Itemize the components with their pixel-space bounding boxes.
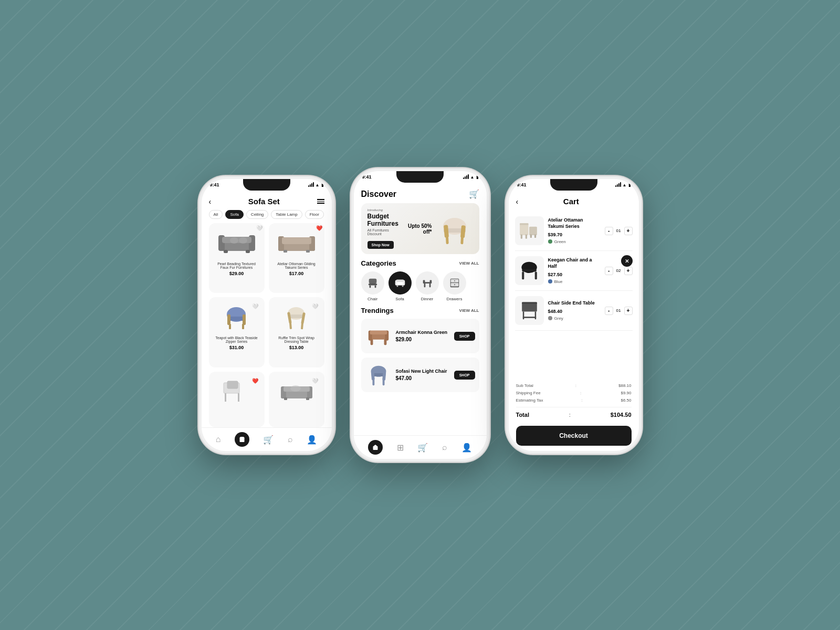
qty-minus-2[interactable]: - [605, 267, 613, 275]
banner-subtitle: All Furnitures Discount [368, 228, 398, 236]
battery-icon-2: ▮ [476, 175, 478, 180]
checkout-button[interactable]: Checkout [516, 426, 632, 446]
banner-shop-btn[interactable]: Shop Now [368, 241, 394, 249]
shipping-value: $9.90 [621, 391, 631, 395]
shipping-label: Shipping Fee [516, 391, 541, 395]
svg-rect-5 [246, 250, 250, 253]
svg-rect-76 [520, 223, 528, 235]
light-chair-svg [366, 362, 391, 387]
qty-plus-3[interactable]: + [624, 307, 633, 315]
promo-banner[interactable]: Introducing Budget Furnitures All Furnit… [361, 203, 479, 254]
sofa-gray-img [216, 230, 258, 256]
category-sofa[interactable]: Sofa [388, 271, 412, 301]
nav-cart-active-1[interactable] [235, 432, 249, 447]
categories-row: Chair So [354, 271, 487, 307]
filter-table-lamp[interactable]: Table Lamp [271, 210, 302, 219]
phone-discover: 9:41 ▲ ▮ Discover 🛒 [351, 168, 490, 462]
notch-3 [550, 179, 597, 191]
trending-img-1 [365, 323, 392, 349]
filter-sofa[interactable]: Sofa [225, 210, 243, 219]
trending-shop-btn-1[interactable]: SHOP [454, 332, 475, 341]
cart-item-info-2: Keegan Chair and a Half $27.50 Blue [548, 257, 601, 284]
trending-price-1: $29.00 [396, 337, 450, 342]
trending-item-2[interactable]: Sofasi New Light Chair $47.00 SHOP [361, 358, 479, 392]
qty-value-1: 01 [616, 228, 621, 233]
nav-home-1[interactable]: ⌂ [216, 435, 221, 444]
nav-box-2[interactable]: ⊞ [397, 443, 404, 453]
nav-profile-1[interactable]: 👤 [307, 435, 317, 445]
trending-name-2: Sofasi New Light Chair [396, 369, 450, 374]
svg-rect-84 [522, 269, 537, 272]
cart-items-list: Ateliar Ottaman Takumi Series $39.70 Gre… [509, 211, 639, 378]
qty-control-2[interactable]: - 02 + [605, 267, 633, 275]
trendings-view-all[interactable]: VIEW ALL [459, 308, 479, 313]
phones-container: 9:41 ▲ ▮ ‹ Sofa Set [198, 168, 642, 462]
p3-back-button[interactable]: ‹ [516, 197, 519, 206]
trending-shop-btn-2[interactable]: SHOP [454, 371, 475, 380]
p1-menu-button[interactable] [317, 199, 324, 204]
filter-all[interactable]: All [209, 210, 223, 219]
svg-point-36 [290, 385, 301, 392]
product-card-1[interactable]: 🤍 Pearl Beading Textured Faux Fur Furnit… [209, 223, 265, 293]
nav-search-1[interactable]: ⌕ [288, 435, 293, 444]
wishlist-heart-5[interactable]: ❤️ [252, 378, 258, 384]
product-card-3[interactable]: 🤍 Teapot with Black Teaside Zipper Serie… [209, 297, 265, 367]
qty-control-3[interactable]: - 01 + [605, 307, 633, 315]
nav-profile-2[interactable]: 👤 [461, 443, 472, 453]
nav-shop-1[interactable]: 🛒 [263, 435, 274, 445]
subtotal-value: $88.10 [618, 383, 631, 388]
wishlist-heart-2[interactable]: ❤️ [316, 225, 322, 231]
table-white-img [221, 379, 253, 405]
qty-minus-1[interactable]: - [605, 227, 613, 235]
svg-rect-29 [227, 381, 238, 388]
qty-control-1[interactable]: - 01 + [605, 227, 633, 235]
subtotal-dots: : [575, 383, 576, 388]
product-grid: 🤍 Pearl Beading Textured Faux Fur Furnit… [202, 223, 332, 427]
subtotal-row: Sub Total : $88.10 [516, 383, 632, 388]
tax-value: $6.50 [621, 398, 631, 403]
category-chair[interactable]: Chair [361, 271, 384, 301]
category-dinner[interactable]: Dinner [416, 271, 439, 301]
nav-search-2[interactable]: ⌕ [442, 443, 447, 452]
nav-home-active-2[interactable] [368, 440, 383, 455]
svg-rect-47 [374, 286, 376, 288]
product-card-4[interactable]: 🤍 Ruffle Trim Spot Wrap Dressing Table [269, 297, 324, 367]
svg-rect-82 [534, 234, 536, 238]
svg-rect-45 [368, 284, 377, 286]
total-row: Total : $104.50 [516, 407, 632, 418]
nav-cart-2[interactable]: 🛒 [417, 443, 428, 453]
svg-rect-88 [522, 302, 537, 304]
cart-item-info-1: Ateliar Ottaman Takumi Series $39.70 Gre… [548, 217, 601, 244]
battery-icon: ▮ [321, 183, 323, 187]
sofa-tan-img [276, 230, 318, 256]
p1-filter-bar: All Sofa Ceiling Table Lamp Floor [202, 210, 332, 223]
svg-rect-52 [396, 286, 398, 287]
category-dinner-icon [416, 271, 439, 295]
svg-rect-27 [225, 393, 226, 402]
wishlist-heart-3[interactable]: 🤍 [252, 303, 258, 309]
product-price-1: $29.00 [213, 271, 260, 276]
notch-2 [396, 171, 444, 183]
svg-rect-89 [522, 312, 523, 320]
qty-value-3: 01 [616, 308, 621, 313]
categories-view-all[interactable]: VIEW ALL [459, 261, 479, 266]
filter-floor[interactable]: Floor [305, 210, 324, 219]
remove-item-2[interactable]: ✕ [621, 255, 633, 267]
p2-header: Discover 🛒 [354, 189, 487, 203]
filter-ceiling[interactable]: Ceiling [246, 210, 268, 219]
product-card-5[interactable]: ❤️ [209, 372, 265, 427]
trending-item-1[interactable]: Armchair Konna Green $29.00 SHOP [361, 319, 479, 353]
wishlist-heart-1[interactable]: 🤍 [256, 225, 262, 231]
banner-text: Introducing Budget Furnitures All Furnit… [368, 208, 398, 249]
product-card-6[interactable]: 🤍 [269, 372, 324, 427]
qty-plus-1[interactable]: + [624, 227, 633, 235]
qty-minus-3[interactable]: - [605, 307, 613, 315]
subtotal-label: Sub Total [516, 383, 533, 388]
wishlist-heart-4[interactable]: 🤍 [312, 303, 318, 309]
p1-back-button[interactable]: ‹ [209, 197, 212, 206]
wishlist-heart-6[interactable]: 🤍 [312, 378, 318, 384]
product-card-2[interactable]: ❤️ Ateliar Ottoman Gilding Takumi Series… [269, 223, 324, 293]
qty-plus-2[interactable]: + [624, 267, 633, 275]
cart-icon-2[interactable]: 🛒 [469, 189, 479, 199]
category-drawers[interactable]: Drawers [443, 271, 466, 301]
